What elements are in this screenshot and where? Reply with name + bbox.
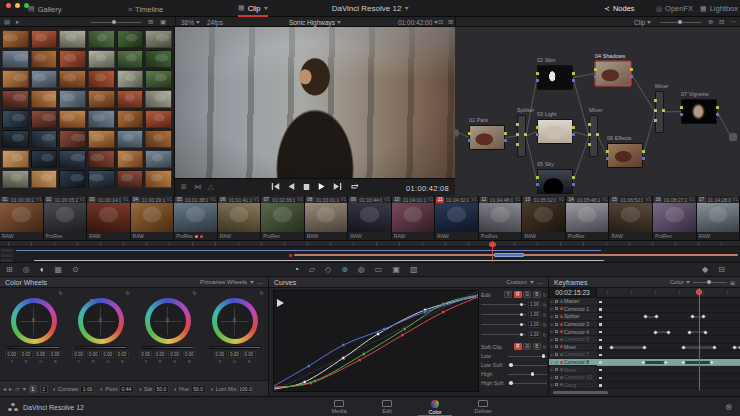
gallery-still[interactable] bbox=[2, 30, 29, 48]
track-enable-dot[interactable] bbox=[560, 368, 563, 371]
node-input-dot[interactable] bbox=[588, 143, 591, 146]
track-enable-dot[interactable] bbox=[560, 376, 563, 379]
keyframe-marker[interactable] bbox=[599, 316, 602, 319]
wheel-value-box[interactable]: 0.00 bbox=[20, 351, 33, 358]
tab-gallery[interactable]: ▤ Gallery bbox=[28, 1, 61, 17]
gallery-still[interactable] bbox=[2, 170, 29, 188]
lightbox-button[interactable]: ▦ Lightbox bbox=[700, 1, 738, 16]
keyframes-icon[interactable]: ◆ bbox=[702, 265, 708, 274]
gallery-still[interactable] bbox=[117, 150, 144, 168]
clip-thumbnail[interactable] bbox=[218, 203, 261, 232]
node-thumbnail[interactable] bbox=[537, 169, 573, 194]
node-input-dot[interactable] bbox=[516, 123, 519, 126]
settings-gear-icon[interactable]: ⊛ bbox=[725, 402, 732, 412]
channel-gain-value[interactable]: 1.00 bbox=[528, 321, 541, 328]
node-key-input-dot[interactable] bbox=[468, 139, 471, 142]
camera-raw-icon[interactable]: ⊞ bbox=[6, 265, 13, 274]
keyframes-scrollbar[interactable] bbox=[553, 391, 608, 394]
wheel-value-box[interactable]: 0.00 bbox=[214, 351, 227, 358]
wheel-value-box[interactable]: 0.00 bbox=[49, 351, 62, 358]
param-value[interactable]: 100.0 bbox=[238, 385, 253, 393]
keyframe-marker[interactable] bbox=[599, 323, 602, 326]
node-rgb-output-dot[interactable] bbox=[504, 132, 507, 135]
wheel-ring[interactable]: 0 bbox=[11, 298, 57, 344]
channel-reset-icon[interactable]: ↻ bbox=[543, 312, 547, 318]
wheel-value-box[interactable]: 0.00 bbox=[243, 351, 256, 358]
soft-clip-channel-g[interactable]: G bbox=[523, 343, 531, 350]
timeline-clip[interactable]: 0901:03:44:00V1RAW bbox=[348, 196, 392, 240]
keyframe-track[interactable]: ▸Corrector 4 bbox=[549, 328, 740, 336]
node-zoom-knob[interactable] bbox=[678, 20, 682, 24]
gallery-still[interactable] bbox=[88, 50, 115, 68]
channel-gain-knob[interactable] bbox=[520, 313, 524, 317]
timeline-clip[interactable]: 1201:04:48:03V1ProRes bbox=[479, 196, 523, 240]
qualifier-icon[interactable]: ▱ bbox=[309, 265, 315, 274]
clip-thumbnail[interactable] bbox=[697, 203, 740, 232]
keyframe-lane[interactable] bbox=[597, 321, 740, 329]
timeline-clip[interactable]: 0301:00:14:07V1RAW bbox=[87, 196, 131, 240]
keyframe-lane[interactable] bbox=[597, 366, 740, 374]
gallery-still[interactable] bbox=[2, 50, 29, 68]
gallery-still[interactable] bbox=[117, 170, 144, 188]
gallery-still[interactable] bbox=[31, 150, 58, 168]
node-corrector[interactable]: 02 Skin bbox=[537, 65, 573, 90]
play-button[interactable] bbox=[319, 183, 325, 190]
node-rgb-output-dot[interactable] bbox=[716, 106, 719, 109]
node-body[interactable] bbox=[517, 115, 526, 157]
next-page-icon[interactable]: ▸ bbox=[9, 385, 12, 392]
wheel-reset-icon[interactable]: ↻ bbox=[259, 289, 264, 297]
lock-icon[interactable] bbox=[555, 315, 559, 318]
wheel-master-slider[interactable] bbox=[142, 346, 194, 349]
tracker-icon[interactable]: ⊕ bbox=[341, 265, 348, 274]
node-key-output-dot[interactable] bbox=[642, 157, 645, 160]
gallery-still[interactable] bbox=[88, 110, 115, 128]
gallery-still[interactable] bbox=[145, 130, 172, 148]
timeline-clip[interactable]: 0601:01:41:12V1RAW bbox=[218, 196, 262, 240]
track-enable-dot[interactable] bbox=[560, 353, 563, 356]
gallery-still[interactable] bbox=[145, 30, 172, 48]
timeline-clip[interactable]: 1101:04:32:00V1RAW bbox=[435, 196, 479, 240]
prev-page-icon[interactable]: ◂ bbox=[3, 385, 6, 392]
node-output-dot[interactable] bbox=[596, 133, 599, 136]
mini-timeline[interactable] bbox=[0, 240, 740, 262]
keyframe-marker[interactable] bbox=[599, 331, 602, 334]
blur-icon[interactable]: ◍ bbox=[358, 265, 365, 274]
node-key-output-dot[interactable] bbox=[572, 133, 575, 136]
node-rgb-input-dot[interactable] bbox=[680, 106, 683, 109]
node-key-output-dot[interactable] bbox=[630, 75, 633, 78]
gallery-still[interactable] bbox=[31, 90, 58, 108]
gallery-grid-icon[interactable]: ▣ bbox=[160, 18, 166, 26]
color-wheels-icon[interactable]: ◐ bbox=[40, 265, 45, 274]
keyframe-marker[interactable] bbox=[599, 346, 602, 349]
wheel-reset-icon[interactable]: ↻ bbox=[192, 289, 197, 297]
channel-reset-icon[interactable]: ↻ bbox=[543, 302, 547, 308]
node-input-dot[interactable] bbox=[516, 133, 519, 136]
gallery-still[interactable] bbox=[145, 150, 172, 168]
wheel-ring[interactable]: 0 bbox=[78, 298, 124, 344]
gallery-still[interactable] bbox=[2, 110, 29, 128]
keyframe-track[interactable]: ▸Corrector 5 bbox=[549, 336, 740, 344]
expand-arrow-icon[interactable]: ▸ bbox=[551, 344, 553, 349]
track-head[interactable] bbox=[1, 254, 13, 257]
keyframe-marker[interactable] bbox=[599, 301, 602, 304]
gallery-still[interactable] bbox=[2, 90, 29, 108]
keyframe-marker[interactable] bbox=[599, 369, 602, 372]
edit-reset-icon[interactable]: ↻ bbox=[543, 292, 547, 298]
expand-arrow-icon[interactable]: ▸ bbox=[551, 329, 553, 334]
wheel-master-slider[interactable] bbox=[8, 346, 60, 349]
keyframe-marker[interactable] bbox=[599, 384, 602, 387]
node-corrector[interactable]: 03 Light bbox=[537, 119, 573, 144]
timeline-clip[interactable]: 1001:04:01:10V1RAW bbox=[392, 196, 436, 240]
track-segment[interactable] bbox=[16, 250, 601, 251]
clip-thumbnail[interactable] bbox=[479, 203, 522, 232]
edit-channel-y[interactable]: Y bbox=[504, 291, 512, 298]
gallery-filter-icon[interactable]: ▸ bbox=[16, 18, 19, 26]
keyframe-marker[interactable] bbox=[599, 377, 602, 380]
lock-icon[interactable] bbox=[555, 383, 559, 386]
clip-thumbnail[interactable] bbox=[131, 203, 174, 232]
lock-icon[interactable] bbox=[555, 368, 559, 371]
soft-clip-knob[interactable] bbox=[531, 372, 535, 376]
keyframe-lane[interactable] bbox=[597, 374, 740, 382]
keyframe-lane[interactable] bbox=[597, 306, 740, 314]
wheel-value-box[interactable]: 0.00 bbox=[101, 351, 114, 358]
